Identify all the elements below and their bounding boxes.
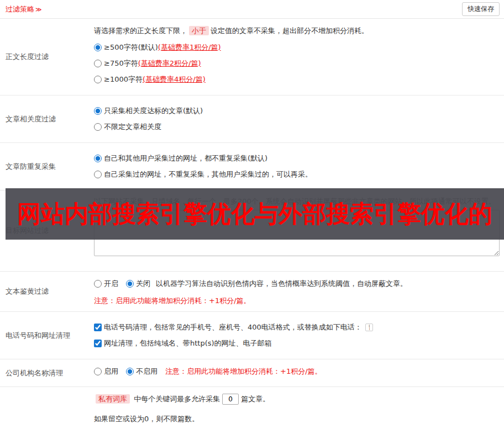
keyword-count-input[interactable] — [222, 394, 239, 405]
keyword-limit-line: 私有词库 中每个关键词最多允许采集篇文章。 — [94, 393, 500, 405]
url-cleanup-option[interactable]: 网址清理，包括纯域名、带http(s)的网址、电子邮箱 — [94, 338, 500, 349]
relevance-radio-strict[interactable] — [94, 107, 102, 115]
quick-save-button[interactable]: 快速保存 — [462, 2, 500, 16]
chevron-expand-icon: ≫ — [35, 6, 42, 13]
length-option-500[interactable]: ≥500字符(默认) (基础费率1积分/篇) — [94, 42, 500, 53]
dedup-radio-self-only[interactable] — [94, 171, 102, 178]
porn-option-on[interactable]: 开启 — [94, 278, 118, 290]
fee-note: (基础费率1积分/篇) — [158, 42, 221, 53]
row-company-cleanup: 公司机构名称清理 启用 不启用 注意：启用此功能将增加积分消耗：+1积分/篇。 — [0, 359, 504, 387]
length-radio-1000[interactable] — [94, 76, 102, 83]
row-dedup-collect: 文章防重复采集 自己和其他用户采集过的网址，都不重复采集(默认) 自己采集过的网… — [0, 143, 504, 190]
company-option-off[interactable]: 不启用 — [126, 365, 158, 378]
company-option-on[interactable]: 启用 — [94, 365, 118, 378]
fee-note: (基础费率2积分/篇) — [138, 58, 201, 69]
length-radio-500[interactable] — [94, 44, 102, 51]
dedup-option-all-users[interactable]: 自己和其他用户采集过的网址，都不重复采集(默认) — [94, 153, 500, 164]
row-label: 文章相关度过滤 — [0, 96, 94, 142]
length-option-1000[interactable]: ≥1000字符 (基础费率4积分/篇) — [94, 74, 500, 85]
fee-note: (基础费率4积分/篇) — [143, 74, 206, 85]
less-than-badge: 小于 — [189, 26, 209, 35]
page-title[interactable]: 过滤策略≫ — [6, 4, 42, 14]
url-cleanup-checkbox[interactable] — [94, 340, 102, 347]
porn-option-off[interactable]: 关闭 — [126, 278, 150, 290]
row-label: 文本鉴黄过滤 — [0, 272, 94, 311]
porn-desc: 以机器学习算法自动识别色情内容，当色情概率达到系统阈值，自动屏蔽文章。 — [156, 278, 407, 290]
toolbar: 过滤策略≫ 快速保存 — [0, 0, 504, 19]
company-fee-note: 注意：启用此功能将增加积分消耗：+1积分/篇。 — [165, 365, 322, 378]
row-body-length-filter: 正文长度过滤 请选择需求的正文长度下限，小于设定值的文章不采集，超出部分不增加积… — [0, 19, 504, 96]
relevance-option-any[interactable]: 不限定文章相关度 — [94, 121, 500, 132]
dedup-radio-all-users[interactable] — [94, 155, 102, 162]
row-phone-url-cleanup: 电话号码和网址清理 电话号码清理，包括常见的手机号、座机号、400电话格式，或替… — [0, 312, 504, 359]
porn-radio-off[interactable] — [126, 280, 134, 288]
row-label: 正文长度过滤 — [0, 19, 94, 95]
relevance-option-strict[interactable]: 只采集相关度达标的文章(默认) — [94, 105, 500, 116]
porn-radio-on[interactable] — [94, 280, 102, 288]
length-radio-750[interactable] — [94, 60, 102, 67]
porn-fee-note: 注意：启用此功能将增加积分消耗：+1积分/篇。 — [94, 295, 500, 306]
row-keyword-dedup: 关键词防重复采集 私有词库 中每个关键词最多允许采集篇文章。 如果留空或设为0，… — [0, 387, 504, 424]
row-label: 公司机构名称清理 — [0, 359, 94, 386]
page-title-text: 过滤策略 — [6, 5, 34, 13]
private-lexicon-badge: 私有词库 — [96, 394, 130, 404]
company-radio-off[interactable] — [126, 368, 134, 375]
watermark-overlay: 网站内部搜索引擎优化与外部搜索引擎优化的 — [6, 188, 504, 240]
row-label: 关键词防重复采集 — [0, 387, 94, 424]
phone-cleanup-checkbox[interactable] — [94, 324, 102, 331]
phone-cleanup-option[interactable]: 电话号码清理，包括常见的手机号、座机号、400电话格式，或替换成如下电话： — [94, 322, 500, 333]
row-label: 电话号码和网址清理 — [0, 312, 94, 359]
replacement-phone-input[interactable] — [365, 324, 373, 331]
row-label: 文章防重复采集 — [0, 143, 94, 190]
row-relevance-filter: 文章相关度过滤 只采集相关度达标的文章(默认) 不限定文章相关度 — [0, 96, 504, 143]
length-intro: 请选择需求的正文长度下限，小于设定值的文章不采集，超出部分不增加积分消耗。 — [94, 25, 500, 37]
row-porn-filter: 文本鉴黄过滤 开启 关闭 以机器学习算法自动识别色情内容，当色情概率达到系统阈值… — [0, 272, 504, 312]
company-radio-on[interactable] — [94, 368, 102, 375]
keyword-note-zero: 如果留空或设为0，则不限篇数。 — [94, 413, 500, 424]
length-option-750[interactable]: ≥750字符 (基础费率2积分/篇) — [94, 58, 500, 69]
relevance-radio-any[interactable] — [94, 123, 102, 131]
watermark-text: 网站内部搜索引擎优化与外部搜索引擎优化的 — [17, 198, 492, 230]
dedup-option-self-only[interactable]: 自己采集过的网址，不重复采集，其他用户采集过的，可以再采。 — [94, 169, 500, 180]
